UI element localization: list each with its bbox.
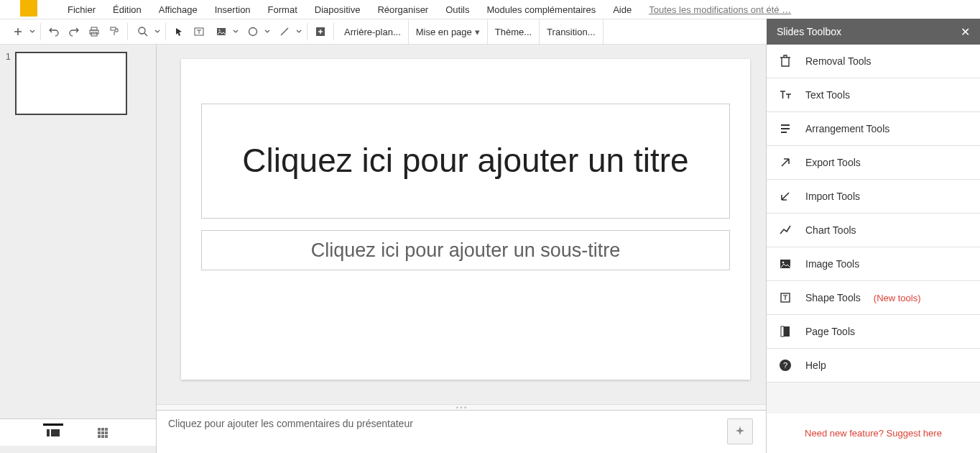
image-tool[interactable] bbox=[209, 22, 241, 42]
subtitle-placeholder[interactable]: Cliquez ici pour ajouter un sous-titre bbox=[201, 230, 730, 270]
sidebar-item-label: Export Tools bbox=[805, 157, 861, 168]
explore-button[interactable] bbox=[727, 418, 753, 444]
svg-text:?: ? bbox=[783, 361, 787, 370]
menu-tools[interactable]: Outils bbox=[437, 1, 478, 18]
menu-view[interactable]: Affichage bbox=[150, 1, 206, 18]
separator bbox=[127, 23, 128, 40]
new-slide-button[interactable] bbox=[6, 22, 37, 42]
shape-icon bbox=[778, 290, 792, 305]
svg-rect-15 bbox=[98, 431, 101, 434]
help-icon: ? bbox=[778, 358, 792, 372]
paint-format-button[interactable] bbox=[104, 22, 124, 42]
filmstrip-footer bbox=[0, 418, 156, 446]
transition-button[interactable]: Transition... bbox=[540, 19, 603, 44]
theme-button[interactable]: Thème... bbox=[488, 19, 540, 44]
svg-point-4 bbox=[139, 27, 145, 34]
svg-rect-16 bbox=[101, 431, 104, 434]
speaker-notes[interactable]: Cliquez pour ajouter les commentaires du… bbox=[157, 410, 766, 453]
svg-point-22 bbox=[782, 262, 785, 264]
filmstrip-view-button[interactable] bbox=[43, 424, 63, 441]
shape-tool[interactable] bbox=[241, 22, 272, 42]
sidebar-item-text-tools[interactable]: Text Tools bbox=[767, 78, 980, 112]
notes-drag-handle[interactable]: • • • bbox=[157, 404, 766, 410]
sidebar-item-help[interactable]: ? Help bbox=[767, 349, 980, 383]
svg-rect-14 bbox=[105, 428, 108, 431]
textbox-tool[interactable] bbox=[189, 22, 209, 42]
sidebar-item-label: Text Tools bbox=[805, 89, 850, 101]
sidebar-item-removal-tools[interactable]: Removal Tools bbox=[767, 45, 980, 78]
svg-rect-10 bbox=[47, 429, 50, 436]
sidebar-header: Slides Toolbox ✕ bbox=[767, 19, 980, 45]
line-tool[interactable] bbox=[272, 22, 304, 42]
separator bbox=[333, 23, 334, 40]
new-badge: (New tools) bbox=[874, 293, 921, 303]
svg-rect-17 bbox=[105, 431, 108, 434]
print-button[interactable] bbox=[84, 22, 104, 42]
sidebar-item-chart-tools[interactable]: Chart Tools bbox=[767, 214, 980, 247]
svg-rect-3 bbox=[111, 27, 116, 30]
svg-rect-20 bbox=[105, 435, 108, 438]
import-icon bbox=[778, 189, 792, 203]
menubar: Fichier Édition Affichage Insertion Form… bbox=[0, 0, 980, 19]
sidebar-list: Removal Tools Text Tools Arrangement Too… bbox=[767, 45, 980, 413]
menu-slide[interactable]: Diapositive bbox=[306, 1, 369, 18]
sidebar-item-label: Arrangement Tools bbox=[805, 123, 889, 134]
svg-rect-13 bbox=[101, 428, 104, 431]
redo-button[interactable] bbox=[64, 22, 84, 42]
comment-button[interactable] bbox=[310, 22, 330, 42]
grid-view-button[interactable] bbox=[93, 424, 113, 441]
separator bbox=[307, 23, 308, 40]
svg-rect-19 bbox=[101, 435, 104, 438]
title-placeholder-text: Cliquez ici pour ajouter un titre bbox=[242, 139, 688, 183]
sidebar-item-label: Import Tools bbox=[805, 191, 860, 202]
menu-arrange[interactable]: Réorganiser bbox=[369, 1, 437, 18]
suggest-feature-link[interactable]: Need new feature? Suggest here bbox=[805, 428, 942, 439]
sidebar-item-page-tools[interactable]: Page Tools bbox=[767, 315, 980, 349]
menu-format[interactable]: Format bbox=[259, 1, 306, 18]
sidebar-toolbox: Slides Toolbox ✕ Removal Tools Text Tool… bbox=[766, 45, 980, 453]
layout-button[interactable]: Mise en page▾ bbox=[409, 19, 488, 44]
title-placeholder[interactable]: Cliquez ici pour ajouter un titre bbox=[201, 104, 730, 219]
zoom-button[interactable] bbox=[131, 22, 162, 42]
sidebar-item-label: Removal Tools bbox=[805, 55, 872, 67]
arrangement-icon bbox=[778, 122, 792, 136]
slide-thumbnail-1[interactable]: 1 bbox=[6, 52, 150, 115]
menu-addons[interactable]: Modules complémentaires bbox=[478, 1, 604, 18]
speaker-notes-placeholder: Cliquez pour ajouter les commentaires du… bbox=[168, 418, 413, 429]
sidebar-item-export-tools[interactable]: Export Tools bbox=[767, 146, 980, 180]
select-tool[interactable] bbox=[169, 22, 189, 42]
sidebar-item-shape-tools[interactable]: Shape Tools (New tools) bbox=[767, 281, 980, 315]
sidebar-item-label: Page Tools bbox=[805, 326, 855, 337]
sidebar-title: Slides Toolbox bbox=[777, 26, 841, 37]
slide-canvas[interactable]: Cliquez ici pour ajouter un titre Clique… bbox=[181, 59, 750, 380]
trash-icon bbox=[778, 54, 792, 68]
slide-thumbnail[interactable] bbox=[15, 52, 127, 115]
sidebar-item-label: Help bbox=[805, 360, 826, 371]
close-sidebar-button[interactable]: ✕ bbox=[961, 25, 970, 39]
export-icon bbox=[778, 155, 792, 170]
sidebar-item-label: Image Tools bbox=[805, 258, 859, 270]
menu-insert[interactable]: Insertion bbox=[206, 1, 259, 18]
slide-number: 1 bbox=[6, 52, 11, 62]
svg-rect-18 bbox=[98, 435, 101, 438]
sidebar-item-image-tools[interactable]: Image Tools bbox=[767, 247, 980, 281]
all-changes-saved[interactable]: Toutes les modifications ont été … bbox=[649, 4, 791, 15]
svg-rect-11 bbox=[51, 429, 60, 436]
chevron-down-icon bbox=[264, 29, 270, 35]
main-area: 1 Cliquez ici pour ajouter un titre Cliq… bbox=[0, 45, 980, 453]
canvas-area: Cliquez ici pour ajouter un titre Clique… bbox=[157, 45, 766, 453]
chevron-down-icon bbox=[296, 29, 302, 35]
separator bbox=[165, 23, 166, 40]
menu-file[interactable]: Fichier bbox=[59, 1, 104, 18]
sidebar-item-arrangement-tools[interactable]: Arrangement Tools bbox=[767, 112, 980, 146]
sidebar-item-import-tools[interactable]: Import Tools bbox=[767, 180, 980, 214]
slides-logo bbox=[20, 0, 37, 17]
chart-icon bbox=[778, 223, 792, 237]
separator bbox=[40, 23, 41, 40]
canvas-scroll[interactable]: Cliquez ici pour ajouter un titre Clique… bbox=[157, 45, 766, 404]
undo-button[interactable] bbox=[44, 22, 64, 42]
menu-help[interactable]: Aide bbox=[604, 1, 640, 18]
explore-icon bbox=[734, 425, 746, 438]
background-button[interactable]: Arrière-plan... bbox=[337, 19, 409, 44]
menu-edit[interactable]: Édition bbox=[104, 1, 150, 18]
